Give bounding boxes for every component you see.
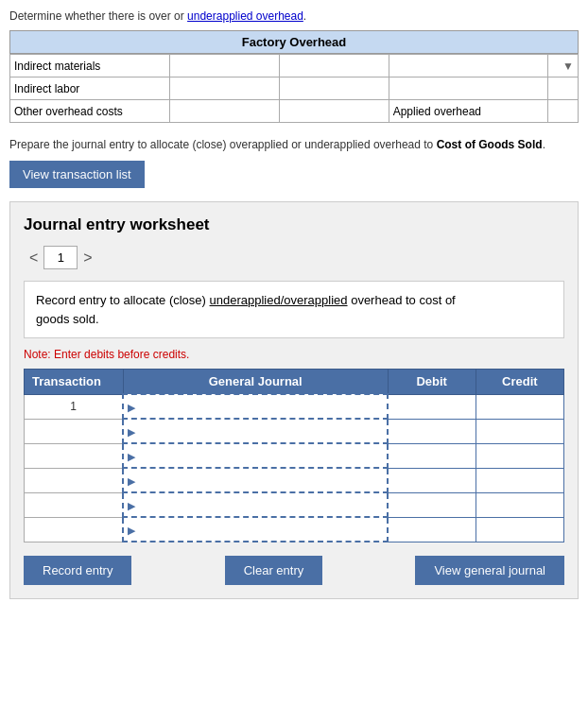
debit-input-3[interactable] [388, 443, 476, 468]
transaction-number-2 [25, 419, 124, 443]
arrow-icon: ▶ [128, 402, 135, 413]
transaction-number-6 [25, 517, 124, 542]
credit-input-3[interactable] [476, 443, 563, 468]
table-row: ▶ [25, 517, 564, 542]
indirect-labor-input-2[interactable] [279, 77, 389, 100]
journal-table-header-row: Transaction General Journal Debit Credit [25, 370, 564, 395]
journal-input-4[interactable]: ▶ [123, 468, 388, 492]
description-underline: underapplied/overapplied [210, 293, 348, 307]
other-overhead-dropdown-empty [548, 100, 579, 123]
debit-input-1[interactable] [388, 394, 476, 419]
indirect-materials-dropdown[interactable]: ▼ [548, 55, 579, 77]
credit-input-2[interactable] [476, 419, 563, 443]
debit-input-6[interactable] [388, 517, 476, 542]
indirect-labor-dropdown-empty [548, 77, 579, 100]
instruction2-text: Prepare the journal entry to allocate (c… [9, 138, 437, 151]
instruction-text-after: . [303, 9, 306, 23]
instruction-2: Prepare the journal entry to allocate (c… [9, 138, 579, 151]
table-row: Other overhead costs Applied overhead [10, 100, 579, 123]
view-transaction-list-button[interactable]: View transaction list [9, 161, 145, 188]
arrow-icon: ▶ [128, 426, 135, 438]
transaction-number-5 [25, 492, 124, 517]
table-row: 1 ▶ [25, 394, 564, 419]
arrow-icon: ▶ [128, 475, 135, 487]
arrow-icon: ▶ [128, 525, 135, 536]
next-tab-arrow[interactable]: > [78, 250, 97, 267]
table-row: ▶ [25, 443, 564, 468]
other-overhead-label: Other overhead costs [10, 100, 170, 123]
general-journal-header: General Journal [123, 370, 388, 395]
table-row: ▶ [25, 419, 564, 443]
factory-overhead-title: Factory Overhead [9, 30, 579, 54]
entry-description: Record entry to allocate (close) underap… [24, 281, 564, 338]
credit-input-5[interactable] [476, 492, 563, 517]
indirect-labor-label: Indirect labor [10, 77, 170, 100]
credit-header: Credit [476, 370, 563, 395]
bottom-buttons: Record entry Clear entry View general jo… [24, 556, 564, 585]
clear-entry-button[interactable]: Clear entry [225, 556, 323, 585]
arrow-icon: ▶ [128, 500, 135, 511]
factory-overhead-table: Indirect materials ▼ Indirect labor Othe… [9, 54, 579, 123]
tab-number[interactable]: 1 [43, 246, 78, 269]
table-row: Indirect labor [10, 77, 579, 100]
factory-overhead-section: Factory Overhead Indirect materials ▼ In… [9, 30, 579, 123]
indirect-labor-input-3[interactable] [389, 77, 548, 100]
instruction2-after: . [543, 138, 545, 151]
journal-worksheet-title: Journal entry worksheet [24, 215, 564, 234]
credit-input-4[interactable] [476, 468, 563, 492]
other-overhead-input-2[interactable] [279, 100, 389, 123]
description-part1: Record entry to allocate (close) [36, 293, 210, 307]
journal-input-1[interactable]: ▶ [123, 394, 388, 419]
instruction-1: Determine whether there is over or under… [9, 9, 579, 23]
journal-table: Transaction General Journal Debit Credit… [24, 369, 564, 542]
indirect-materials-input-2[interactable] [279, 55, 389, 77]
indirect-materials-input-1[interactable] [169, 55, 279, 77]
table-row: Indirect materials ▼ [10, 55, 579, 77]
debit-input-5[interactable] [388, 492, 476, 517]
journal-input-5[interactable]: ▶ [123, 492, 388, 517]
record-entry-button[interactable]: Record entry [24, 556, 131, 585]
instruction-link[interactable]: underapplied overhead [187, 9, 303, 23]
indirect-labor-input-1[interactable] [169, 77, 279, 100]
other-overhead-input-1[interactable] [169, 100, 279, 123]
journal-input-3[interactable]: ▶ [123, 443, 388, 468]
arrow-icon: ▶ [128, 451, 135, 462]
journal-input-6[interactable]: ▶ [123, 517, 388, 542]
indirect-materials-label: Indirect materials [10, 55, 170, 77]
indirect-materials-input-3[interactable] [389, 55, 548, 77]
transaction-number-1: 1 [25, 394, 124, 419]
view-general-journal-button[interactable]: View general journal [415, 556, 564, 585]
transaction-header: Transaction [25, 370, 124, 395]
credit-input-1[interactable] [476, 394, 563, 419]
table-row: ▶ [25, 468, 564, 492]
debit-header: Debit [388, 370, 476, 395]
credit-input-6[interactable] [476, 517, 563, 542]
journal-input-2[interactable]: ▶ [123, 419, 388, 443]
note-text: Note: Enter debits before credits. [24, 348, 564, 361]
transaction-number-4 [25, 468, 124, 492]
debit-input-2[interactable] [388, 419, 476, 443]
description-part2: overhead to cost of [348, 293, 456, 307]
description-line2: goods sold. [36, 312, 99, 326]
journal-entry-worksheet: Journal entry worksheet < 1 > Record ent… [9, 201, 579, 599]
instruction-text-before: Determine whether there is over or [9, 9, 187, 23]
prev-tab-arrow[interactable]: < [24, 250, 43, 267]
transaction-number-3 [25, 443, 124, 468]
instruction2-bold: Cost of Goods Sold [437, 138, 543, 151]
applied-overhead-label: Applied overhead [389, 100, 548, 123]
table-row: ▶ [25, 492, 564, 517]
debit-input-4[interactable] [388, 468, 476, 492]
tab-navigation: < 1 > [24, 246, 564, 269]
